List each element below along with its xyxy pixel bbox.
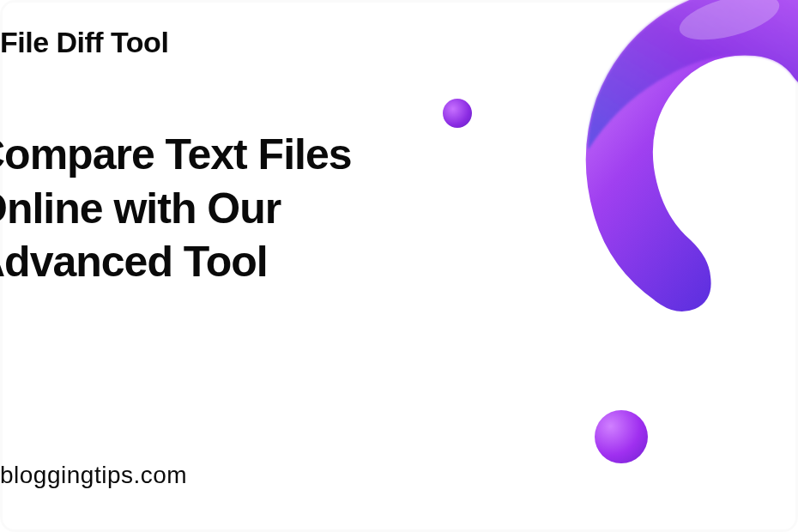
text-content: File Diff Tool Compare Text Files Online…	[0, 0, 446, 289]
decorative-sphere-small	[443, 99, 472, 128]
decorative-shape-main	[523, 0, 798, 326]
decorative-sphere-medium	[595, 410, 648, 463]
site-url: bloggingtips.com	[0, 462, 187, 489]
page-headline: Compare Text Files Online with Our Advan…	[0, 128, 446, 289]
category-label: File Diff Tool	[0, 26, 446, 59]
